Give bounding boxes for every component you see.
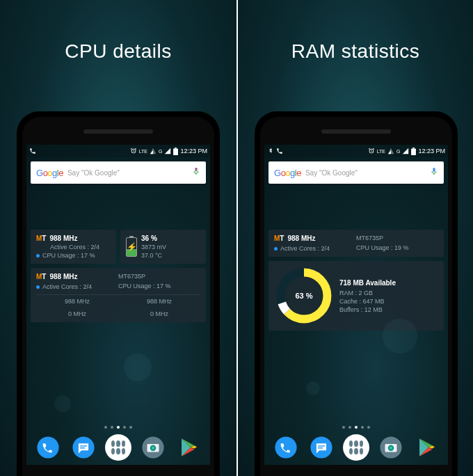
google-logo: Google [36,168,63,178]
mt-logo: MT [36,273,46,280]
lte-label: LTE [139,149,147,154]
google-search-bar[interactable]: Google Say "Ok Google" [268,161,444,184]
battery-pct: 36 % [141,235,166,242]
mt-logo: MT [36,235,46,242]
ram-donut-chart: 63 % [274,266,334,326]
panel-cpu-details: CPU details LTE [0,0,236,476]
svg-rect-11 [413,148,415,148]
google-logo: Google [274,168,301,178]
ram-pct: 63 % [295,292,312,300]
svg-point-9 [152,447,154,450]
ram-total: RAM : 2 GB [339,289,396,296]
status-dot-icon [36,285,40,289]
status-time: 12:23 PM [180,148,207,154]
battery-icon [411,148,416,155]
cpu-freq: 988 MHz [287,235,315,242]
core-4: 0 MHz [118,310,200,317]
phone-screen: LTE G 12:23 PM [26,145,210,465]
svg-point-22 [390,447,392,450]
page-indicator [26,426,210,429]
svg-point-15 [275,436,297,458]
core-3: 0 MHz [36,310,118,317]
cpu-cores: Active Cores : 2/4 [36,244,111,251]
svg-rect-10 [412,148,417,155]
cpu-small-widget[interactable]: MT 988 MHz Active Cores : 2/4 CPU Usage … [31,230,116,264]
app-drawer-icon[interactable] [343,434,369,461]
phone-frame: LTE G 12:23 PM [17,111,220,476]
battery-mv: 3873 mV [141,244,166,251]
svg-point-2 [38,436,59,458]
status-bar: LTE G 12:23 PM [26,145,210,157]
phone-app-icon[interactable] [273,434,299,461]
cpu-big-widget[interactable]: MT 988 MHz Active Cores : 2/4 MT6735P CP… [31,268,206,322]
play-store-icon[interactable] [175,434,202,461]
battery-icon [173,148,178,155]
google-search-bar[interactable]: Google Say "Ok Google" [31,161,206,184]
panel-title: RAM statistics [238,40,473,63]
svg-rect-5 [80,447,85,448]
camera-app-icon[interactable] [378,434,404,461]
cpu-big-cores: Active Cores : 2/4 [42,283,92,290]
battery-widget[interactable]: ⚡ 36 % 3873 mV 37.0 °C [120,230,206,264]
battery-temp: 37.0 °C [141,252,166,259]
mic-icon[interactable] [192,166,200,179]
svg-rect-1 [175,148,177,148]
svg-rect-0 [174,148,179,155]
signal-icon-2 [402,148,409,154]
svg-rect-18 [318,447,323,448]
panel-title: CPU details [0,40,236,63]
mt-logo: MT [274,235,284,242]
bluetooth-icon [267,148,274,154]
call-icon [29,148,36,154]
cpu-widget[interactable]: MT 988 MHz Active Cores : 2/4 MT6735P CP… [268,230,444,257]
panel-ram-statistics: RAM statistics LTE G [236,0,473,476]
app-drawer-icon[interactable] [105,434,131,461]
battery-level-icon: ⚡ [126,237,137,257]
signal-icon-1 [150,148,157,154]
messages-app-icon[interactable] [308,434,335,461]
ram-widget[interactable]: 63 % 718 MB Available RAM : 2 GB Cache :… [268,261,444,331]
mic-icon[interactable] [430,166,438,179]
status-dot-icon [36,254,40,257]
g-label: G [396,149,400,154]
dock [26,434,210,461]
cpu-model: MT6735P [356,235,438,241]
g-label: G [159,149,162,154]
lte-label: LTE [377,149,385,154]
call-icon [276,148,283,154]
status-dot-icon [274,247,278,251]
svg-rect-17 [318,445,325,446]
phone-screen: LTE G 12:23 PM Google Say "Ok Google" [264,145,448,465]
alarm-icon [130,148,137,154]
ram-buffers: Buffers : 12 MB [339,306,396,313]
messages-app-icon[interactable] [70,434,97,461]
dock [264,434,448,461]
play-store-icon[interactable] [413,434,440,461]
status-time: 12:23 PM [418,148,445,154]
core-2: 988 MHz [118,298,200,305]
cpu-big-model: MT6735P [118,273,200,280]
cpu-usage: CPU Usage : 19 % [356,244,438,251]
cpu-usage: CPU Usage : 17 % [42,252,95,259]
alarm-icon [368,148,375,154]
phone-speaker [321,129,391,134]
search-placeholder: Say "Ok Google" [67,169,188,177]
phone-frame: LTE G 12:23 PM Google Say "Ok Google" [255,111,458,476]
ram-avail: 718 MB Available [339,279,396,287]
cpu-big-freq: 988 MHz [49,273,77,280]
cpu-big-usage: CPU Usage : 17 % [118,283,200,289]
core-1: 988 MHz [36,298,118,305]
status-bar: LTE G 12:23 PM [264,145,448,157]
svg-rect-4 [80,445,87,446]
ram-cache: Cache : 647 MB [339,298,396,305]
search-placeholder: Say "Ok Google" [305,169,426,177]
camera-app-icon[interactable] [140,434,166,461]
cpu-freq: 988 MHz [49,235,77,242]
signal-icon-1 [387,148,394,154]
signal-icon-2 [164,148,171,154]
page-indicator [264,426,448,429]
phone-app-icon[interactable] [35,434,61,461]
cpu-cores: Active Cores : 2/4 [280,245,330,252]
phone-speaker [83,129,153,134]
